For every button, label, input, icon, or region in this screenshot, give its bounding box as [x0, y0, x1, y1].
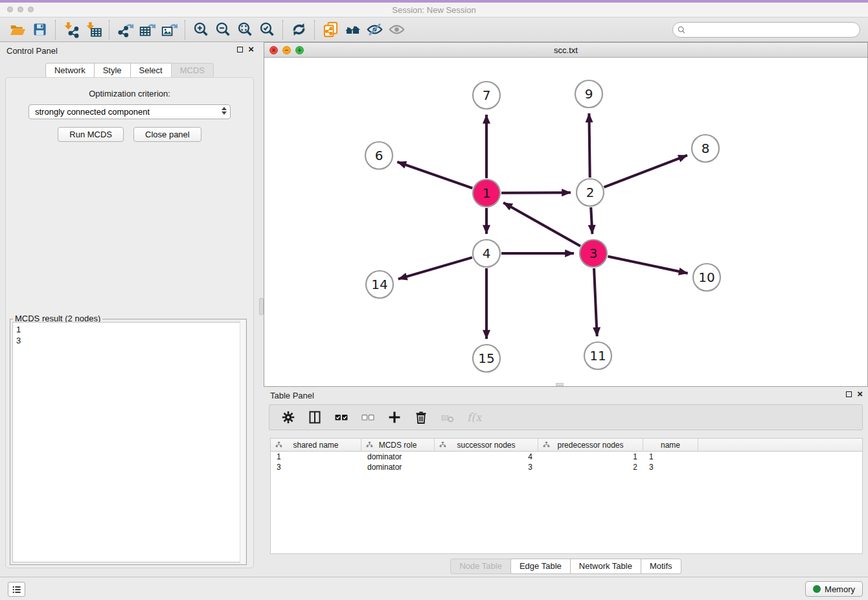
- hide-panels-icon[interactable]: [363, 20, 385, 40]
- tab-network-table[interactable]: Network Table: [570, 559, 641, 574]
- criterion-selected-value: strongly connected component: [35, 107, 150, 117]
- table-cell[interactable]: 3: [643, 462, 698, 472]
- float-panel-icon[interactable]: [237, 47, 243, 52]
- graph-node-label-8: 8: [702, 141, 710, 156]
- column-icon[interactable]: [306, 408, 324, 426]
- svg-text:f(x): f(x): [467, 411, 482, 424]
- home-icon[interactable]: [341, 20, 363, 40]
- window-accent-line: [0, 0, 868, 3]
- graph-node-label-15: 15: [478, 351, 494, 366]
- delete-column-icon: [439, 408, 457, 426]
- graph-node-label-2: 2: [586, 185, 595, 200]
- optimization-criterion-label: Optimization criterion:: [6, 89, 253, 98]
- import-network-icon[interactable]: [60, 20, 82, 40]
- table-panel-tabs: Node TableEdge TableNetwork TableMotifs: [264, 559, 868, 574]
- settings-icon[interactable]: [279, 408, 297, 426]
- mcds-result-list[interactable]: 1 3: [12, 322, 244, 562]
- table-cell[interactable]: 3: [435, 462, 538, 472]
- graph-edge-1-2[interactable]: [501, 192, 571, 193]
- network-view-window: × − + scc.txt 7968124314101511: [264, 42, 868, 387]
- app-titlebar: Session: New Session: [0, 0, 868, 17]
- zoom-in-icon[interactable]: [190, 20, 212, 40]
- search-field[interactable]: [672, 22, 860, 38]
- tab-motifs[interactable]: Motifs: [641, 559, 681, 574]
- zoom-selected-icon[interactable]: [256, 20, 278, 40]
- export-table-icon[interactable]: [136, 20, 158, 40]
- window-title: Session: New Session: [0, 5, 868, 15]
- close-table-panel-icon[interactable]: ×: [857, 390, 863, 398]
- tab-node-table[interactable]: Node Table: [450, 559, 511, 574]
- memory-label: Memory: [825, 584, 855, 594]
- select-stepper-icon: [222, 107, 227, 115]
- refresh-icon[interactable]: [288, 20, 310, 40]
- criterion-select[interactable]: strongly connected component: [29, 104, 231, 119]
- graph-edge-1-6[interactable]: [397, 162, 472, 189]
- table-row[interactable]: 1dominator411: [271, 452, 862, 462]
- tab-edge-table[interactable]: Edge Table: [510, 559, 571, 574]
- float-table-panel-icon[interactable]: [846, 391, 852, 397]
- graph-edge-2-8[interactable]: [604, 156, 687, 187]
- toolbar-separator: [314, 20, 315, 40]
- table-cell[interactable]: 3: [271, 462, 361, 472]
- canvas-grip[interactable]: [556, 383, 564, 386]
- graph-edge-3-10[interactable]: [608, 257, 688, 273]
- export-network-icon[interactable]: [114, 20, 136, 40]
- select-all-icon[interactable]: [332, 408, 350, 426]
- import-table-icon[interactable]: [82, 20, 104, 40]
- control-panel: Control Panel × NetworkStyleSelectMCDS O…: [0, 42, 259, 577]
- clone-network-icon[interactable]: [319, 20, 341, 40]
- search-input[interactable]: [687, 24, 860, 36]
- table-cell[interactable]: 4: [435, 452, 538, 462]
- memory-button[interactable]: Memory: [805, 581, 863, 597]
- zoom-out-icon[interactable]: [212, 20, 234, 40]
- add-row-icon[interactable]: [385, 408, 404, 426]
- zoom-fit-icon[interactable]: [234, 20, 256, 40]
- save-session-icon[interactable]: [29, 20, 51, 40]
- close-panel-button[interactable]: Close panel: [133, 127, 201, 142]
- tab-mcds[interactable]: MCDS: [171, 63, 214, 78]
- mcds-tab-content: Optimization criterion: strongly connect…: [5, 77, 254, 568]
- graph-svg: 7968124314101511: [264, 58, 867, 386]
- toolbar-separator: [109, 20, 109, 40]
- vertical-splitter[interactable]: [259, 42, 264, 387]
- graph-node-label-3: 3: [589, 246, 598, 261]
- tab-select[interactable]: Select: [130, 63, 172, 78]
- table-cell[interactable]: 2: [538, 462, 643, 472]
- column-header-predecessor-nodes[interactable]: predecessor nodes: [538, 439, 643, 451]
- delete-row-icon[interactable]: [412, 408, 430, 426]
- status-bar: Memory: [0, 577, 868, 600]
- table-cell[interactable]: dominator: [361, 452, 435, 462]
- toolbar-separator: [282, 20, 283, 40]
- list-icon: [11, 584, 23, 595]
- tab-network[interactable]: Network: [45, 63, 95, 78]
- network-canvas[interactable]: 7968124314101511: [264, 58, 867, 386]
- graph-edge-4-14[interactable]: [398, 257, 472, 279]
- column-header-name[interactable]: name: [643, 439, 698, 451]
- table-row[interactable]: 3dominator323: [271, 462, 862, 472]
- table-cell[interactable]: 1: [643, 452, 698, 462]
- toolbar-separator: [55, 20, 56, 40]
- graph-node-label-9: 9: [585, 86, 593, 102]
- table-cell[interactable]: dominator: [361, 462, 435, 472]
- open-session-icon[interactable]: [6, 20, 29, 40]
- column-header-shared-name[interactable]: shared name: [271, 439, 361, 451]
- column-header-successor-nodes[interactable]: successor nodes: [435, 439, 538, 451]
- result-scrollbar[interactable]: [240, 320, 246, 564]
- run-mcds-button[interactable]: Run MCDS: [58, 127, 124, 142]
- graph-edge-2-3[interactable]: [591, 207, 592, 234]
- table-panel-title: Table Panel: [270, 391, 314, 400]
- table-cell[interactable]: 1: [271, 452, 361, 462]
- tab-style[interactable]: Style: [94, 63, 131, 78]
- close-panel-icon[interactable]: ×: [248, 45, 254, 53]
- graph-node-label-6: 6: [375, 148, 383, 163]
- table-cell[interactable]: 1: [538, 452, 643, 462]
- graph-edge-3-11[interactable]: [594, 268, 597, 336]
- graph-edge-3-1[interactable]: [503, 203, 580, 246]
- network-window-titlebar: × − + scc.txt: [264, 43, 867, 58]
- graph-edge-2-9[interactable]: [589, 113, 589, 178]
- export-image-icon[interactable]: [158, 20, 180, 40]
- task-history-button[interactable]: [8, 582, 25, 597]
- column-header-MCDS-role[interactable]: MCDS role: [361, 439, 435, 451]
- show-panels-icon[interactable]: [385, 20, 407, 40]
- deselect-all-icon[interactable]: [359, 408, 377, 426]
